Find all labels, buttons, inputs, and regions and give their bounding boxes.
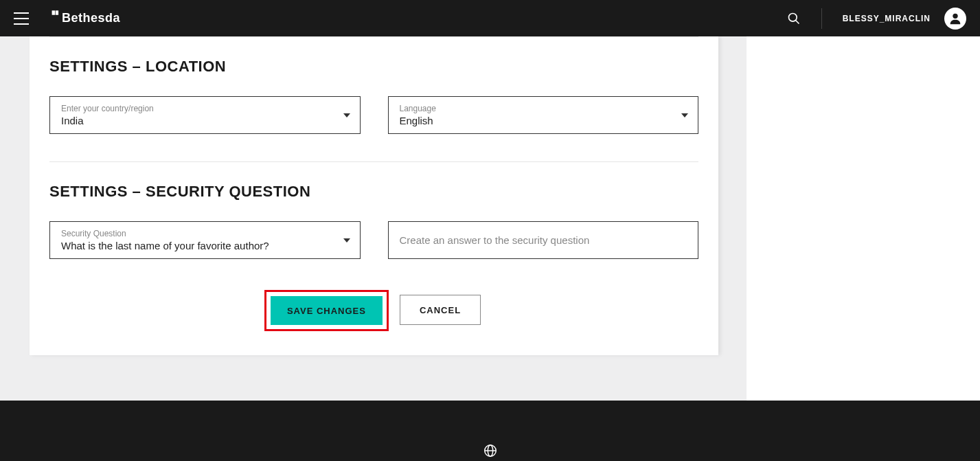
cancel-button[interactable]: CANCEL xyxy=(400,295,481,325)
username-label[interactable]: BLESSY_MIRACLIN xyxy=(843,14,931,23)
header-divider xyxy=(821,8,822,29)
svg-point-2 xyxy=(953,13,957,18)
security-section-title: SETTINGS – SECURITY QUESTION xyxy=(49,183,698,201)
language-value: English xyxy=(400,115,687,126)
svg-line-1 xyxy=(795,20,799,23)
avatar[interactable] xyxy=(944,8,966,30)
language-label: Language xyxy=(400,104,687,113)
security-row: Security Question What is the last name … xyxy=(49,221,698,259)
save-button[interactable]: SAVE CHANGES xyxy=(271,296,383,325)
chevron-down-icon xyxy=(681,113,688,117)
main-wrapper: SETTINGS – LOCATION Enter your country/r… xyxy=(0,36,980,461)
person-icon xyxy=(948,11,963,26)
search-icon[interactable] xyxy=(787,12,801,25)
footer xyxy=(0,401,980,461)
top-divider xyxy=(49,36,698,37)
security-question-label: Security Question xyxy=(61,229,349,238)
security-question-select[interactable]: Security Question What is the last name … xyxy=(49,221,361,259)
language-select[interactable]: Language English xyxy=(388,96,699,134)
brand-name: Bethesda xyxy=(62,11,120,25)
button-row: SAVE CHANGES CANCEL xyxy=(48,290,697,331)
left-panel: SETTINGS – LOCATION Enter your country/r… xyxy=(0,36,747,401)
globe-icon[interactable] xyxy=(483,443,498,458)
logo-quote-icon: ▝▘ xyxy=(49,11,61,19)
settings-card: SETTINGS – LOCATION Enter your country/r… xyxy=(30,36,718,355)
highlight-annotation: SAVE CHANGES xyxy=(264,290,389,331)
header-right: BLESSY_MIRACLIN xyxy=(787,8,966,30)
chevron-down-icon xyxy=(343,113,350,117)
location-section-title: SETTINGS – LOCATION xyxy=(49,58,698,76)
security-question-value: What is the last name of your favorite a… xyxy=(61,240,349,251)
country-label: Enter your country/region xyxy=(61,104,349,113)
brand-logo[interactable]: ▝▘ Bethesda xyxy=(49,11,120,25)
security-answer-input[interactable] xyxy=(388,221,699,259)
menu-icon[interactable] xyxy=(14,12,29,25)
header-left: ▝▘ Bethesda xyxy=(14,11,120,25)
country-value: India xyxy=(61,115,349,126)
svg-point-0 xyxy=(788,13,797,21)
section-divider xyxy=(49,161,698,162)
location-row: Enter your country/region India Language… xyxy=(49,96,698,134)
top-header: ▝▘ Bethesda BLESSY_MIRACLIN xyxy=(0,0,980,36)
right-panel xyxy=(747,36,980,461)
country-select[interactable]: Enter your country/region India xyxy=(49,96,361,134)
chevron-down-icon xyxy=(343,238,350,243)
